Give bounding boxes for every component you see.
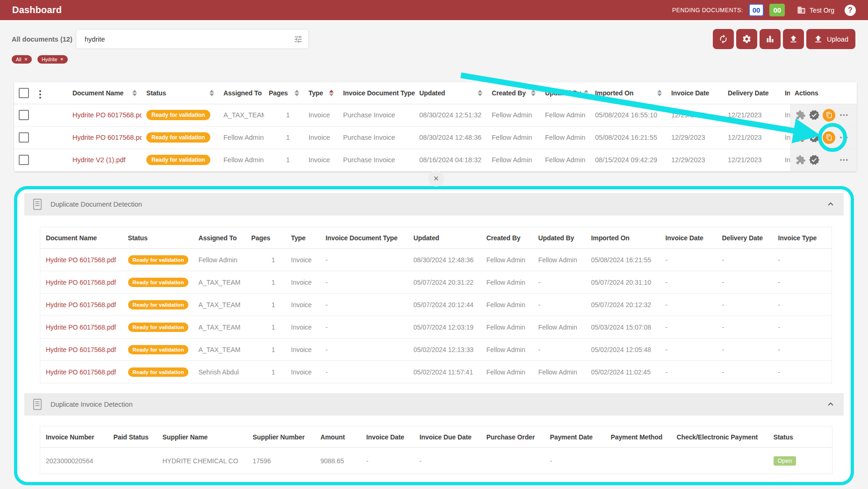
- documents-table-card: Document Name Status Assigned To Pages T…: [14, 82, 857, 172]
- cell-type: Invoice: [304, 149, 338, 171]
- integration-puzzle-icon[interactable]: [796, 132, 806, 143]
- sort-icon[interactable]: [581, 90, 588, 96]
- duplicate-detection-icon-highlighted[interactable]: [823, 131, 835, 144]
- document-link[interactable]: Hydrite PO 6017568.pdf: [72, 134, 142, 141]
- document-link[interactable]: Hydrite PO 6017568.pdf: [46, 368, 116, 376]
- more-actions-button[interactable]: •••: [840, 112, 849, 118]
- row-checkbox[interactable]: [19, 110, 29, 120]
- table-row: Hydrite PO 6017568.pdf Ready for validat…: [40, 294, 832, 316]
- cell-invoice-document-type: -: [320, 361, 408, 383]
- col-type: Type: [308, 89, 323, 97]
- col-status: Status: [122, 227, 193, 249]
- status-badge: Ready for validation: [128, 278, 189, 287]
- cell-pages: 1: [246, 316, 286, 338]
- org-name: Test Org: [810, 7, 834, 14]
- chip-all[interactable]: All ✕: [12, 55, 32, 64]
- cell-delivery-date: -: [717, 249, 773, 271]
- duplicate-detection-icon[interactable]: [823, 109, 835, 122]
- col-assigned-to: Assigned To: [193, 227, 246, 249]
- row-checkbox[interactable]: [19, 155, 29, 165]
- document-link[interactable]: Hydrite PO 6017568.pdf: [46, 324, 116, 331]
- integration-puzzle-icon[interactable]: [796, 110, 806, 120]
- refresh-button[interactable]: [713, 29, 734, 49]
- sync-icon: [718, 34, 728, 44]
- document-link[interactable]: Hydrite V2 (1).pdf: [72, 156, 126, 164]
- cell-delivery-date: -: [717, 271, 773, 294]
- cell-type: Invoice: [286, 271, 320, 294]
- chip-remove-icon[interactable]: ✕: [60, 58, 64, 62]
- row-checkbox[interactable]: [19, 132, 29, 143]
- cell-type: Invoice: [304, 104, 338, 126]
- all-documents-count-label[interactable]: All documents (12): [12, 29, 72, 50]
- cell-invoice-date: -: [660, 249, 717, 271]
- cell-created-by: Fellow Admin: [487, 149, 540, 171]
- table-row: Hydrite PO 6017568.pdf Ready for validat…: [14, 126, 857, 149]
- sort-icon[interactable]: [292, 90, 299, 96]
- cell-pages: 1: [246, 338, 286, 361]
- sort-icon[interactable]: [262, 90, 264, 96]
- duplicate-invoice-detection-header[interactable]: Duplicate Invoice Detection: [24, 393, 844, 416]
- col-updated-by: Updated By: [533, 227, 586, 249]
- pending-count-badge-green: 00: [769, 4, 785, 16]
- cell-check-electronic-payment: [671, 448, 768, 474]
- cell-invoice-type: -: [773, 249, 832, 271]
- sort-icon[interactable]: [475, 90, 482, 96]
- table-header-row: Document Name Status Assigned To Pages T…: [14, 82, 857, 104]
- sort-icon-active-asc[interactable]: [326, 90, 334, 96]
- upload-button[interactable]: Upload: [806, 29, 855, 49]
- document-link[interactable]: Hydrite PO 6017568.pdf: [46, 256, 116, 264]
- upload-icon-button[interactable]: [783, 29, 804, 49]
- document-link[interactable]: Hydrite PO 6017568.pdf: [46, 301, 116, 309]
- cell-supplier-name: HYDRITE CHEMICAL CO: [157, 448, 247, 474]
- document-link[interactable]: Hydrite PO 6017568.pdf: [72, 111, 142, 119]
- filter-tune-icon[interactable]: [294, 35, 303, 44]
- chevron-up-icon[interactable]: [826, 200, 835, 209]
- col-updated: Updated: [419, 89, 445, 97]
- cell-pages: 1: [264, 149, 304, 171]
- cell-type: Invoice: [286, 338, 320, 361]
- cell-invoice-type: -: [773, 316, 832, 338]
- cell-created-by: Fellow Admin: [487, 126, 540, 149]
- chevron-up-icon[interactable]: [826, 400, 835, 409]
- cell-updated: 05/07/2024 12:03:19: [408, 316, 481, 338]
- more-actions-button[interactable]: •••: [840, 157, 849, 163]
- cell-updated: 08/16/2024 04:18:32: [415, 149, 487, 171]
- sort-icon[interactable]: [654, 90, 662, 96]
- document-link[interactable]: Hydrite PO 6017568.pdf: [46, 279, 116, 286]
- duplicate-document-detection-header[interactable]: Duplicate Document Detection: [24, 193, 844, 216]
- col-invoice-document-type: Invoice Document Type: [343, 89, 415, 97]
- cell-updated: 05/07/2024 20:12:44: [408, 294, 481, 316]
- chip-hydrite[interactable]: Hydrite ✕: [37, 55, 68, 64]
- document-link[interactable]: Hydrite PO 6017568.pdf: [46, 346, 116, 353]
- col-imported-on: Imported On: [586, 227, 660, 249]
- sort-icon[interactable]: [207, 90, 214, 96]
- more-actions-button[interactable]: •••: [840, 134, 849, 141]
- analytics-button[interactable]: [760, 29, 781, 49]
- search-input[interactable]: [84, 35, 294, 43]
- col-invoice-due-date: Invoice Due Date: [414, 426, 481, 448]
- cell-imported-on: 05/08/2024 16:21:55: [586, 249, 660, 271]
- cell-assigned-to: A_TAX_TEAM: [219, 104, 264, 126]
- cell-delivery-date: -: [717, 338, 773, 361]
- upload-button-label: Upload: [827, 36, 848, 43]
- cell-pages: 1: [264, 126, 304, 149]
- sort-icon[interactable]: [528, 90, 536, 96]
- chip-label: All: [16, 57, 22, 62]
- verified-badge-icon[interactable]: [809, 109, 820, 121]
- column-menu-kebab[interactable]: [38, 89, 42, 100]
- settings-button[interactable]: [736, 29, 757, 49]
- select-all-checkbox[interactable]: [19, 88, 29, 98]
- close-panel-button[interactable]: ✕: [428, 171, 444, 187]
- col-invoice-date: Invoice Date: [361, 426, 414, 448]
- cell-invoice-date: -: [361, 448, 414, 474]
- verified-badge-icon[interactable]: [809, 132, 820, 143]
- help-button[interactable]: ?: [845, 5, 856, 16]
- cell-invoice-type: -: [773, 338, 832, 361]
- table-row: Hydrite PO 6017568.pdf Ready for validat…: [40, 249, 832, 271]
- cell-invoice-date: -: [660, 316, 717, 338]
- verified-badge-icon[interactable]: [809, 154, 820, 165]
- cell-type: Invoice: [304, 126, 338, 149]
- integration-puzzle-icon[interactable]: [796, 155, 806, 165]
- chip-remove-icon[interactable]: ✕: [24, 58, 28, 62]
- sort-icon[interactable]: [129, 90, 137, 96]
